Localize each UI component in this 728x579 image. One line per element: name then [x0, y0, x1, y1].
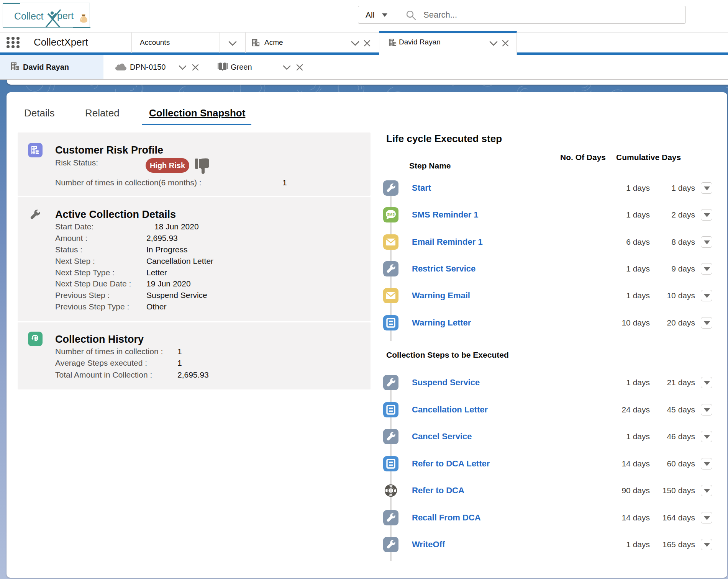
svg-text:SMS: SMS [387, 212, 395, 216]
